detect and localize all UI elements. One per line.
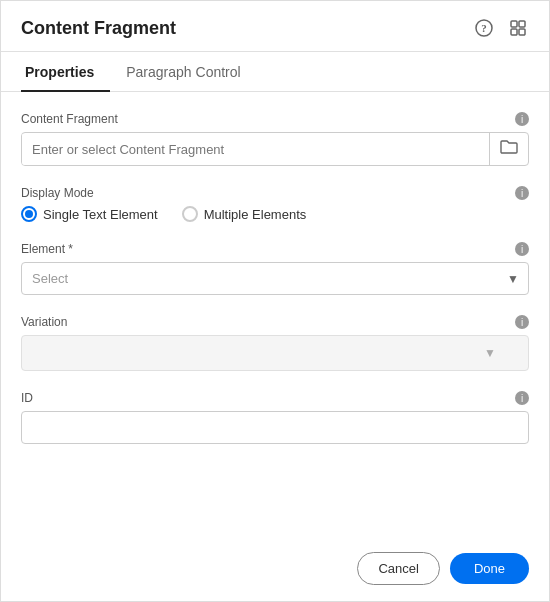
cancel-button[interactable]: Cancel <box>357 552 439 585</box>
display-mode-radio-group: Single Text Element Multiple Elements <box>21 206 529 222</box>
radio-multiple-label: Multiple Elements <box>204 207 307 222</box>
radio-multiple-input[interactable] <box>182 206 198 222</box>
variation-label-row: Variation i <box>21 315 529 329</box>
element-label: Element * <box>21 242 73 256</box>
id-label-row: ID i <box>21 391 529 405</box>
element-select[interactable]: Select <box>21 262 529 295</box>
variation-arrow-icon: ▼ <box>484 346 496 360</box>
svg-text:?: ? <box>481 22 487 34</box>
content-fragment-input[interactable] <box>22 134 489 165</box>
svg-rect-4 <box>511 29 517 35</box>
radio-single-text-element[interactable]: Single Text Element <box>21 206 158 222</box>
panel-title: Content Fragment <box>21 18 176 39</box>
element-select-wrapper: Select ▼ <box>21 262 529 295</box>
svg-rect-5 <box>519 29 525 35</box>
svg-rect-2 <box>511 21 517 27</box>
display-mode-info-icon[interactable]: i <box>515 186 529 200</box>
panel-header: Content Fragment ? <box>1 1 549 52</box>
content-fragment-panel: Content Fragment ? Properties Paragraph … <box>0 0 550 602</box>
content-fragment-label: Content Fragment <box>21 112 118 126</box>
folder-icon <box>500 139 518 155</box>
help-icon: ? <box>475 19 493 37</box>
element-label-row: Element * i <box>21 242 529 256</box>
expand-icon <box>509 19 527 37</box>
tab-bar: Properties Paragraph Control <box>1 52 549 92</box>
content-fragment-group: Content Fragment i <box>21 112 529 166</box>
header-icons: ? <box>473 17 529 39</box>
variation-info-icon[interactable]: i <box>515 315 529 329</box>
display-mode-label: Display Mode <box>21 186 94 200</box>
id-input[interactable] <box>21 411 529 444</box>
element-info-icon[interactable]: i <box>515 242 529 256</box>
id-label: ID <box>21 391 33 405</box>
expand-icon-button[interactable] <box>507 17 529 39</box>
tab-properties[interactable]: Properties <box>21 52 110 92</box>
variation-label: Variation <box>21 315 67 329</box>
help-icon-button[interactable]: ? <box>473 17 495 39</box>
id-info-icon[interactable]: i <box>515 391 529 405</box>
variation-group: Variation i ▼ <box>21 315 529 371</box>
variation-select-disabled: ▼ <box>21 335 529 371</box>
display-mode-group: Display Mode i Single Text Element Multi… <box>21 186 529 222</box>
tab-paragraph-control[interactable]: Paragraph Control <box>122 52 256 92</box>
id-group: ID i <box>21 391 529 444</box>
panel-body: Content Fragment i Display Mode i <box>1 92 549 536</box>
element-group: Element * i Select ▼ <box>21 242 529 295</box>
display-mode-label-row: Display Mode i <box>21 186 529 200</box>
panel-footer: Cancel Done <box>1 536 549 601</box>
done-button[interactable]: Done <box>450 553 529 584</box>
radio-single-label: Single Text Element <box>43 207 158 222</box>
content-fragment-label-row: Content Fragment i <box>21 112 529 126</box>
folder-button[interactable] <box>489 133 528 165</box>
content-fragment-info-icon[interactable]: i <box>515 112 529 126</box>
radio-single-input[interactable] <box>21 206 37 222</box>
svg-rect-3 <box>519 21 525 27</box>
content-fragment-input-wrapper <box>21 132 529 166</box>
radio-multiple-elements[interactable]: Multiple Elements <box>182 206 307 222</box>
